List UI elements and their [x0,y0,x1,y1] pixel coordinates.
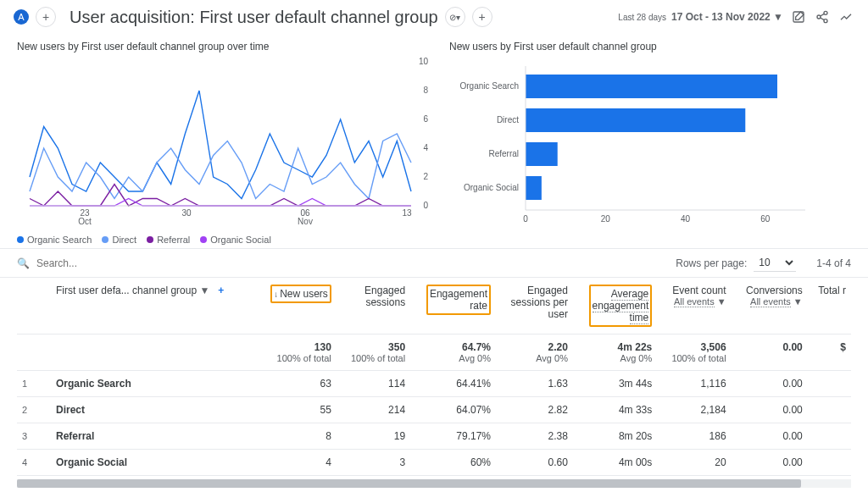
svg-text:60: 60 [760,214,771,224]
svg-text:4: 4 [423,143,428,152]
svg-text:2: 2 [423,172,428,181]
column-total: 350100% of total [337,334,410,371]
legend-item[interactable]: Organic Social [200,235,271,245]
svg-text:Nov: Nov [298,217,313,226]
insights-icon[interactable] [837,8,854,25]
table-row[interactable]: 4Organic Social4360%0.604m 00s200.00 [17,450,851,476]
bar-chart-panel: New users by First user default channel … [449,41,851,245]
svg-rect-23 [526,176,542,200]
page-title: User acquisition: First user default cha… [70,8,438,27]
customize-icon[interactable] [790,8,807,25]
column-total: 0.00 [732,334,808,371]
svg-text:0: 0 [423,201,428,210]
line-chart: 024681023Oct3006Nov13 [17,58,432,227]
account-badge[interactable]: A [14,9,29,25]
column-header[interactable]: ↓New users [255,278,337,334]
column-total: $ [808,334,851,371]
pagination-range: 1-4 of 4 [816,257,851,269]
svg-text:Referral: Referral [488,149,519,158]
column-header[interactable]: Event countAll events ▼ [657,278,731,334]
column-header[interactable]: Engagedsessions peruser [496,278,573,334]
svg-text:40: 40 [681,214,691,224]
svg-text:0: 0 [523,214,528,224]
column-header[interactable]: Engagedsessions [337,278,410,334]
line-chart-panel: New users by First user default channel … [17,41,432,245]
svg-rect-19 [526,108,745,132]
bar-chart: Organic SearchDirectReferralOrganic Soci… [449,58,814,240]
bar-chart-title: New users by First user default channel … [449,41,851,53]
add-segment-button[interactable]: + [36,7,56,27]
report-header: A + User acquisition: First user default… [0,0,868,34]
column-total: 3,506100% of total [657,334,731,371]
column-total: 2.20Avg 0% [496,334,573,371]
svg-text:8: 8 [423,86,428,95]
legend-item[interactable]: Direct [102,235,136,245]
svg-rect-17 [526,75,777,98]
table-row[interactable]: 3Referral81979.17%2.388m 20s1860.00 [17,423,851,450]
search-icon[interactable]: 🔍 [17,257,30,269]
svg-text:20: 20 [601,214,611,224]
svg-text:Organic Search: Organic Search [460,81,519,91]
column-total: 4m 22sAvg 0% [573,334,657,371]
svg-rect-21 [526,142,558,166]
column-total: 64.7%Avg 0% [410,334,496,371]
column-header[interactable]: Averageengagementtime [573,278,657,334]
line-chart-legend: Organic SearchDirectReferralOrganic Soci… [17,235,432,245]
search-input[interactable] [36,257,669,269]
svg-text:6: 6 [423,114,428,124]
svg-text:13: 13 [402,208,412,218]
date-range-picker[interactable]: Last 28 days17 Oct - 13 Nov 2022 ▼ [618,11,783,23]
rows-per-page-label: Rows per page: [676,257,747,269]
chart-area: New users by First user default channel … [0,34,868,248]
column-header[interactable]: Total r [808,278,851,334]
legend-item[interactable]: Organic Search [17,235,92,245]
column-total: 130100% of total [255,334,337,371]
svg-text:Organic Social: Organic Social [464,183,519,192]
filter-dropdown-button[interactable]: ⊘▾ [445,7,465,27]
data-table: First user defa... channel group ▼+↓New … [0,278,868,476]
rows-per-page-select[interactable]: 10 [754,254,796,272]
svg-point-2 [817,15,821,19]
column-header[interactable]: ConversionsAll events ▼ [732,278,808,334]
legend-item[interactable]: Referral [147,235,190,245]
table-row[interactable]: 1Organic Search6311464.41%1.633m 44s1,11… [17,371,851,397]
svg-text:Direct: Direct [497,115,519,124]
line-chart-title: New users by First user default channel … [17,41,432,53]
table-row[interactable]: 2Direct5521464.07%2.824m 33s2,1840.00 [17,397,851,423]
svg-text:Oct: Oct [78,217,92,226]
add-comparison-button[interactable]: + [472,7,492,27]
share-icon[interactable] [814,8,831,25]
column-header[interactable]: Engagementrate [410,278,496,334]
dimension-header[interactable]: First user defa... channel group ▼+ [51,278,255,334]
table-toolbar: 🔍 Rows per page: 10 1-4 of 4 [0,248,868,278]
svg-text:30: 30 [181,208,192,218]
svg-point-1 [824,11,827,14]
horizontal-scrollbar[interactable] [17,479,851,488]
svg-text:10: 10 [419,58,429,66]
svg-point-3 [824,19,827,23]
add-dimension-icon[interactable]: + [218,285,224,296]
